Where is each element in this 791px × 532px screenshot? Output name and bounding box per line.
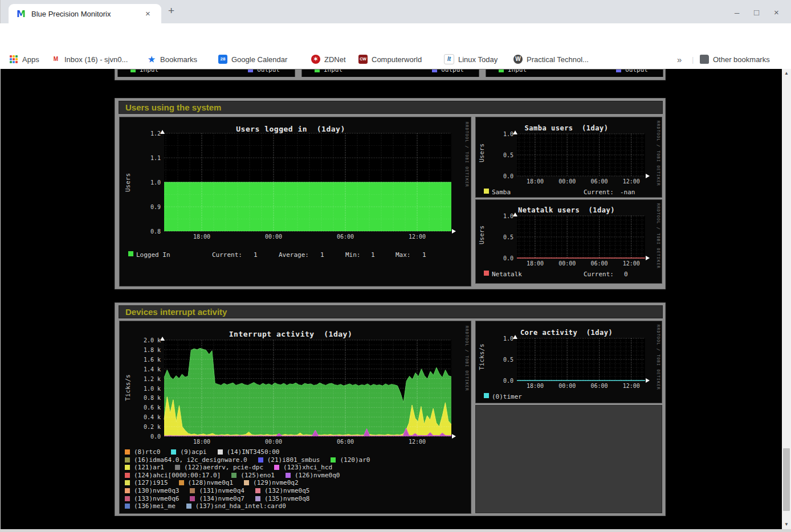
x-tick-label: 06:00 xyxy=(337,439,354,445)
y-tick-label: 2.0 k xyxy=(137,337,161,343)
y-tick-label: 1.2 xyxy=(137,130,161,137)
x-tick-label: 18:00 xyxy=(193,439,210,445)
bookmark-label: Bookmarks xyxy=(160,55,197,64)
bookmark-item[interactable]: ltLinux Today xyxy=(444,54,498,65)
y-tick-label: 1.4 k xyxy=(137,366,161,373)
plot-area[interactable] xyxy=(164,133,451,231)
partial-graph-panel[interactable]: InputOutput xyxy=(301,69,479,77)
netatalk-users-graph[interactable]: Netatalk users (1day) Users 1.00.50.018:… xyxy=(475,199,662,284)
input-swatch xyxy=(499,69,504,72)
x-tick-label: 00:00 xyxy=(265,234,282,240)
bookmark-item[interactable]: MInbox (16) - sjvn0... xyxy=(51,54,128,65)
stat-value: 1 xyxy=(422,251,426,259)
legend-row: (127)i915(128)nvme0q1(129)nvme0q2 xyxy=(125,478,381,486)
legend-label: Samba xyxy=(492,189,511,196)
stat-value: 0 xyxy=(624,271,628,278)
legend-swatch xyxy=(274,465,279,470)
window-maximize-button[interactable]: □ xyxy=(754,7,759,17)
folder-icon xyxy=(700,55,709,64)
window-minimize-button[interactable]: – xyxy=(735,7,739,17)
legend-swatch xyxy=(186,504,191,509)
y-tick-label: 0.8 xyxy=(137,228,161,235)
graph-legend: (0)timer xyxy=(476,393,662,401)
output-swatch xyxy=(432,69,437,72)
section-filler-cell xyxy=(475,405,662,513)
rrdtool-credit: RRDTOOL / TOBI OETIKER xyxy=(656,325,660,390)
new-tab-button[interactable]: + xyxy=(168,5,174,17)
other-bookmarks-button[interactable]: Other bookmarks xyxy=(700,54,770,65)
legend-row: (121)ar1(122)aerdrv, pcie-dpc(123)xhci_h… xyxy=(125,463,381,470)
legend-swatch xyxy=(190,496,195,501)
bookmark-label: Practical Technol... xyxy=(527,55,589,64)
graph-legend: NetatalkCurrent:0 xyxy=(476,271,662,279)
legend-input: Input xyxy=(315,69,343,73)
stat-key: Current: xyxy=(212,251,242,259)
graph-legend: Logged InCurrent:1Average:1Min:1Max:1 xyxy=(120,251,471,259)
y-tick-label: 0.5 xyxy=(490,357,513,363)
legend-swatch xyxy=(484,393,489,398)
interrupt-activity-graph[interactable]: Interrupt activity (1day) Ticks/s 2.0 k1… xyxy=(119,321,471,514)
y-tick-label: 0.0 xyxy=(490,255,513,261)
samba-users-graph[interactable]: Samba users (1day) Users 1.00.50.018:000… xyxy=(475,117,662,198)
bookmark-label: Apps xyxy=(22,55,39,64)
x-tick-label: 18:00 xyxy=(527,260,544,267)
legend-item: (136)mei_me xyxy=(125,502,176,510)
bookmarks-overflow-icon[interactable]: » xyxy=(677,54,682,65)
legend-input: Input xyxy=(131,69,158,73)
bookmark-item[interactable]: ★Bookmarks xyxy=(147,54,197,65)
rrdtool-credit: RRDTOOL / TOBI OETIKER xyxy=(464,326,469,391)
wordpress-icon: W xyxy=(513,55,523,64)
y-tick-label: 0.9 xyxy=(137,204,161,210)
plot-area[interactable] xyxy=(517,216,645,258)
bookmark-label: Linux Today xyxy=(458,55,498,64)
section-devices: Devices interrupt activity Interrupt act… xyxy=(115,302,666,516)
window-close-button[interactable]: × xyxy=(774,7,779,17)
y-tick-label: 0.5 xyxy=(490,234,513,240)
legend-label: Logged In xyxy=(136,251,170,259)
bookmark-item[interactable]: 28Google Calendar xyxy=(218,54,287,65)
y-tick-label: 0.6 k xyxy=(137,404,161,411)
users-logged-in-graph[interactable]: Users logged in (1day) Users 1.21.11.00.… xyxy=(119,117,471,287)
y-tick-label: 1.0 xyxy=(490,131,513,137)
page-scrollbar[interactable]: ▲ ▼ xyxy=(782,69,791,529)
section-users: Users using the system Users logged in (… xyxy=(115,98,666,289)
x-tick-label: 12:00 xyxy=(409,234,426,240)
browser-tab[interactable]: M Blue Precision Monitorix × xyxy=(9,4,161,23)
partial-graphs-section: InputOutput InputOutput InputOutput xyxy=(115,69,666,80)
y-axis-label: Users xyxy=(124,170,132,195)
x-tick-label: 00:00 xyxy=(558,383,576,389)
bookmark-item[interactable]: WPractical Technol... xyxy=(513,54,589,65)
legend-swatch xyxy=(218,449,223,455)
bookmark-item[interactable]: Apps xyxy=(9,54,39,65)
y-tick-label: 0.4 k xyxy=(137,414,161,420)
plot-area[interactable] xyxy=(164,340,451,436)
legend-swatch xyxy=(179,480,184,485)
bookmark-item[interactable]: ✶ZDNet xyxy=(311,54,346,65)
scrollbar-up-icon[interactable]: ▲ xyxy=(782,69,791,78)
legend-swatch xyxy=(125,465,130,470)
partial-graph-panel[interactable]: InputOutput xyxy=(486,69,663,77)
bookmarks-bar: AppsMInbox (16) - sjvn0...★Bookmarks28Go… xyxy=(0,50,791,69)
legend-swatch xyxy=(125,496,130,501)
plot-area[interactable] xyxy=(517,338,645,380)
rrdtool-credit: RRDTOOL / TOBI OETIKER xyxy=(656,121,660,186)
legend-swatch xyxy=(255,496,260,501)
tab-title: Blue Precision Monitorix xyxy=(31,10,131,18)
y-tick-label: 1.0 k xyxy=(137,386,161,392)
legend-swatch xyxy=(244,480,249,485)
y-tick-label: 0.8 k xyxy=(137,395,161,401)
scrollbar-thumb[interactable] xyxy=(783,448,790,511)
x-tick-label: 12:00 xyxy=(623,178,640,185)
scrollbar-down-icon[interactable]: ▼ xyxy=(782,520,791,529)
core-activity-graph[interactable]: Core activity (1day) Ticks/s 1.00.50.018… xyxy=(475,321,662,403)
legend-swatch xyxy=(125,488,130,493)
legend-swatch xyxy=(258,457,263,463)
partial-graph-panel[interactable]: InputOutput xyxy=(117,69,295,77)
plot-area[interactable] xyxy=(517,134,645,176)
tab-close-icon[interactable]: × xyxy=(145,9,150,18)
stat-key: Current: xyxy=(584,271,614,278)
x-tick-label: 18:00 xyxy=(527,383,544,389)
bookmark-item[interactable]: CWComputerworld xyxy=(358,54,422,65)
x-tick-label: 12:00 xyxy=(623,383,640,389)
y-tick-label: 0.5 xyxy=(490,152,513,158)
